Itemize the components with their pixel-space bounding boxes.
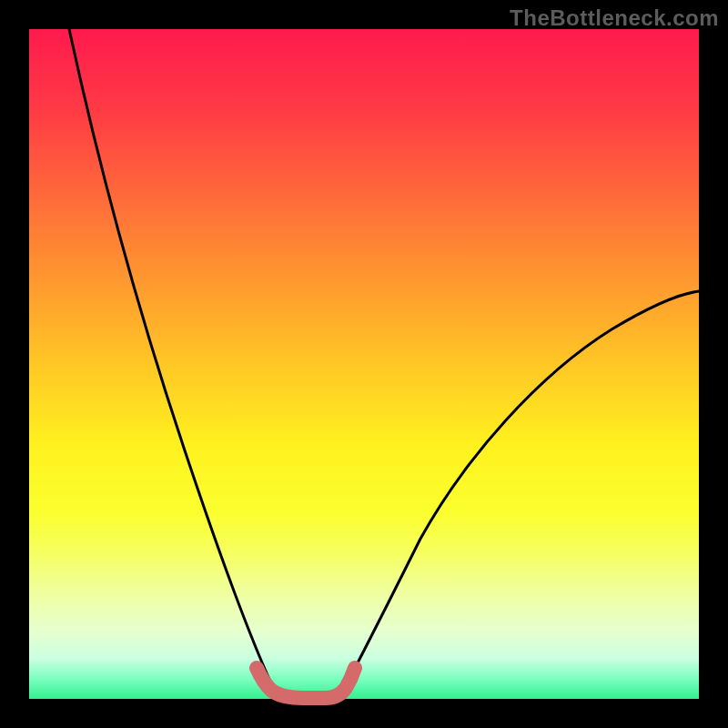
chart-curves-svg xyxy=(29,29,699,699)
watermark-text: TheBottleneck.com xyxy=(510,5,719,31)
right-curve-path xyxy=(339,291,699,699)
left-curve-path xyxy=(69,29,278,699)
valley-marker-path xyxy=(257,668,355,698)
outer-frame: TheBottleneck.com xyxy=(0,0,728,728)
